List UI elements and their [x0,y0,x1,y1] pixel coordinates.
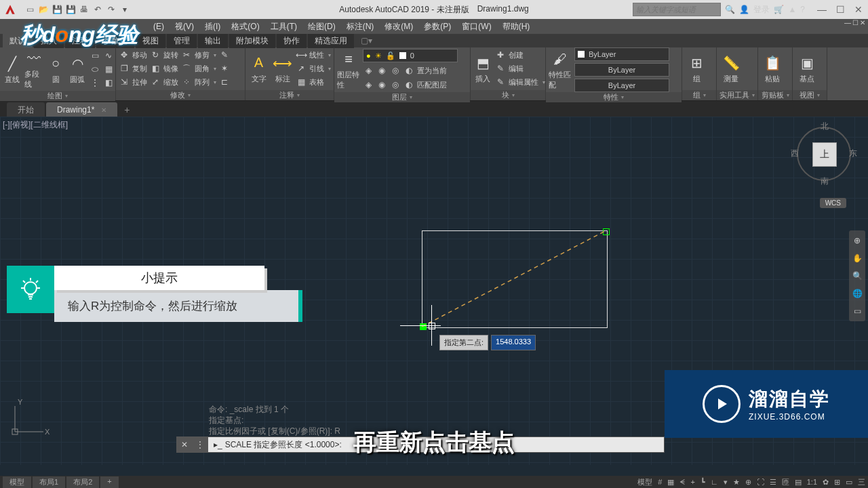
status-snap-icon[interactable]: ▦ [667,478,674,487]
qat-new-icon[interactable]: ▭ [24,4,35,15]
panel-draw-label[interactable]: 绘图 [0,91,115,101]
dyn-value-input[interactable]: 1548.0333 [491,335,536,350]
status-cycle-icon[interactable]: 匝 [782,477,789,487]
cmdline-close-icon[interactable]: ✕ [177,437,192,452]
menu-tools[interactable]: 工具(T) [267,21,301,33]
rect-icon[interactable]: ▭ [90,50,100,61]
rotate-button[interactable]: 旋转 [163,50,178,60]
panel-clip-label[interactable]: 剪贴板 [758,90,792,100]
qat-saveas-icon[interactable]: 💾 [65,4,76,15]
panel-group-label[interactable]: 组 [682,90,716,100]
ribbon-tab-collab[interactable]: 协作 [277,34,307,48]
panel-layer-label[interactable]: 图层 [334,92,470,102]
doc-max-icon[interactable]: ☐ [852,19,859,26]
line-button[interactable]: ╱直线 [3,54,22,85]
wcs-badge[interactable]: WCS [820,198,846,208]
nav-wheel-icon[interactable]: ⊕ [851,235,863,247]
status-custom-icon[interactable]: 三 [858,477,865,487]
hatch-icon[interactable]: ▦ [103,64,114,75]
menu-dim[interactable]: 标注(N) [342,21,378,33]
array-button[interactable]: 阵列 [195,77,210,87]
layer-tool8-icon[interactable]: ◐ [403,79,414,90]
panel-prop-label[interactable]: 特性 [546,92,682,102]
viewcube[interactable]: 上 北 南 东 西 [793,123,854,184]
tab-layout1[interactable]: 布局1 [33,476,65,488]
status-model[interactable]: 模型 [637,477,652,487]
table-button[interactable]: 表格 [309,77,324,87]
fillet-button[interactable]: 圆角 [195,64,210,74]
qat-undo-icon[interactable]: ↶ [92,4,103,15]
explode-icon[interactable]: ✶ [219,63,230,74]
status-scale[interactable]: 1:1 [807,478,817,486]
menu-draw[interactable]: 绘图(D) [304,21,340,33]
panel-block-label[interactable]: 块 [471,90,545,100]
trim-button[interactable]: 修剪 [195,50,210,60]
panel-annot-label[interactable]: 注释 [245,90,334,100]
menu-param[interactable]: 参数(P) [420,21,455,33]
nav-pan-icon[interactable]: ✋ [851,252,863,264]
qat-open-icon[interactable]: 📂 [38,4,49,15]
menu-help[interactable]: 帮助(H) [498,21,534,33]
tab-add-button[interactable]: + [119,102,135,117]
a360-icon[interactable]: ▲ [788,5,796,14]
doc-close-icon[interactable]: ✕ [860,19,865,26]
qat-redo-icon[interactable]: ↷ [106,4,117,15]
arc-button[interactable]: ◠圆弧 [68,54,87,85]
status-3dosnap-icon[interactable]: ▾ [724,478,728,487]
viewport-label[interactable]: [-][俯视][二维线框] [3,119,68,131]
panel-util-label[interactable]: 实用工具 [717,90,757,100]
linetype-selector[interactable]: ByLayer [574,79,669,92]
stretch-button[interactable]: 拉伸 [132,77,147,87]
menu-modify[interactable]: 修改(M) [380,21,417,33]
search-input[interactable] [633,3,721,16]
menu-edit[interactable]: (E) [149,22,168,31]
cmdline-text[interactable]: SCALE 指定参照长度 <1.0000>: [225,439,342,451]
viewcube-e[interactable]: 东 [849,148,857,159]
status-ortho-icon[interactable]: ᗕ [679,478,685,487]
status-monitor-icon[interactable]: ⊞ [834,478,840,487]
ucs-icon[interactable]: YX [5,396,53,446]
panel-modify-label[interactable]: 修改 [116,90,245,100]
layer-tool5-icon[interactable]: ◈ [363,79,374,90]
qat-plot-icon[interactable]: 🖶 [79,4,90,15]
status-otrack-icon[interactable]: ★ [733,478,740,487]
viewcube-w[interactable]: 西 [791,148,799,159]
viewcube-n[interactable]: 北 [821,121,829,132]
status-annot-icon[interactable]: ▤ [795,478,802,487]
text-button[interactable]: A文字 [248,54,269,84]
copy-button[interactable]: 复制 [132,64,147,74]
leader-button[interactable]: 引线 [309,64,324,74]
group-button[interactable]: ⊞组 [685,54,708,84]
tab-layout2[interactable]: 布局2 [66,476,99,488]
nav-orbit-icon[interactable]: 🌐 [851,287,863,300]
mirror-button[interactable]: 镜像 [163,64,178,74]
help-icon[interactable]: ? [800,5,805,14]
lineweight-selector[interactable]: ByLayer [574,63,669,77]
exchange-icon[interactable]: 🛒 [774,5,784,14]
measure-button[interactable]: 📏测量 [719,54,743,84]
tab-layout-add[interactable]: + [100,476,118,488]
ribbon-tab-output[interactable]: 输出 [198,34,228,48]
linear-button[interactable]: 线性 [309,50,324,60]
nav-showm-icon[interactable]: ▭ [851,305,863,317]
tab-close-icon[interactable]: ✕ [101,106,106,114]
offset-icon[interactable]: ⊏ [219,77,230,87]
cmdline-handle-icon[interactable]: ⋮ [192,437,208,452]
qat-save-icon[interactable]: 💾 [52,4,62,15]
viewcube-top[interactable]: 上 [812,142,837,167]
tab-start[interactable]: 开始 [7,102,45,117]
layer-selector[interactable]: ● ☀ 🔓 0 [363,49,458,62]
color-selector[interactable]: ByLayer [574,47,669,61]
create-block-button[interactable]: 创建 [509,50,524,60]
circle-button[interactable]: ○圆 [46,54,65,85]
menu-view[interactable]: 视(V) [171,21,198,33]
infocenter-icon[interactable]: 🔍 [725,5,735,14]
ribbon-tab-view[interactable]: 视图 [136,34,165,48]
minimize-button[interactable]: — [817,4,827,15]
maximize-button[interactable]: ☐ [836,4,845,15]
tab-model[interactable]: 模型 [3,476,31,488]
status-iso-icon[interactable]: ┗ [701,478,705,487]
matchlayer-button[interactable]: 匹配图层 [417,80,447,90]
signin-label[interactable]: 登录 [753,4,770,16]
base-button[interactable]: ▣基点 [795,54,818,84]
